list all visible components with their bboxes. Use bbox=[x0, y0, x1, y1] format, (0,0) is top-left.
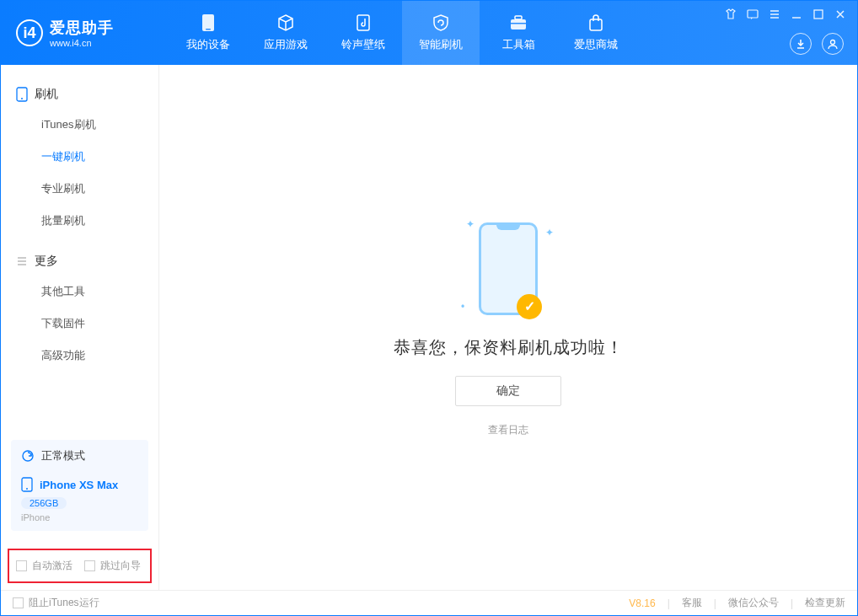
tab-smart-flash[interactable]: 智能刷机 bbox=[402, 1, 480, 65]
sidebar-item-itunes-flash[interactable]: iTunes刷机 bbox=[1, 109, 158, 141]
checkbox-icon bbox=[16, 560, 27, 571]
window-controls bbox=[724, 8, 847, 21]
app-logo-icon: i4 bbox=[16, 19, 43, 46]
mode-label: 正常模式 bbox=[41, 448, 85, 463]
feedback-icon[interactable] bbox=[746, 8, 759, 21]
checkbox-label: 跳过向导 bbox=[100, 559, 141, 573]
success-message: 恭喜您，保资料刷机成功啦！ bbox=[394, 336, 624, 359]
checkbox-label: 阻止iTunes运行 bbox=[29, 596, 99, 610]
toolbox-icon bbox=[509, 13, 528, 32]
device-type: iPhone bbox=[21, 512, 138, 522]
svg-point-14 bbox=[26, 488, 28, 490]
check-icon: ✓ bbox=[517, 294, 542, 319]
checkbox-label: 自动激活 bbox=[32, 559, 72, 573]
device-name: iPhone XS Max bbox=[40, 479, 118, 491]
maximize-button[interactable] bbox=[812, 8, 825, 21]
device-card[interactable]: iPhone XS Max 256GB iPhone bbox=[11, 469, 148, 531]
shield-refresh-icon bbox=[432, 13, 450, 32]
svg-rect-4 bbox=[515, 16, 522, 19]
tab-my-device[interactable]: 我的设备 bbox=[169, 1, 247, 65]
tab-label: 我的设备 bbox=[186, 37, 230, 52]
svg-point-9 bbox=[831, 40, 835, 45]
sidebar-item-batch-flash[interactable]: 批量刷机 bbox=[1, 205, 158, 237]
ok-button[interactable]: 确定 bbox=[455, 376, 561, 406]
device-icon bbox=[21, 477, 33, 492]
section-title: 更多 bbox=[35, 254, 58, 269]
sidebar-item-download-firmware[interactable]: 下载固件 bbox=[1, 308, 158, 340]
footer-link-support[interactable]: 客服 bbox=[682, 596, 702, 610]
nav-tabs: 我的设备 应用游戏 铃声壁纸 智能刷机 工具箱 爱思商城 bbox=[169, 1, 635, 65]
highlighted-options: 自动激活 跳过向导 bbox=[8, 549, 152, 583]
checkbox-icon bbox=[84, 560, 95, 571]
svg-rect-3 bbox=[511, 19, 526, 29]
footer-link-update[interactable]: 检查更新 bbox=[805, 596, 845, 610]
success-illustration: ✦ ✦ • ✓ bbox=[466, 218, 550, 319]
mode-card[interactable]: 正常模式 bbox=[11, 440, 148, 472]
header-actions bbox=[790, 33, 844, 55]
svg-rect-6 bbox=[590, 19, 602, 30]
tab-ringtones-wallpapers[interactable]: 铃声壁纸 bbox=[324, 1, 402, 65]
device-icon bbox=[199, 13, 217, 32]
checkbox-auto-activate[interactable]: 自动激活 bbox=[16, 559, 72, 573]
svg-point-11 bbox=[21, 98, 23, 99]
download-button[interactable] bbox=[790, 33, 812, 55]
view-log-link[interactable]: 查看日志 bbox=[488, 423, 528, 437]
checkbox-icon bbox=[13, 597, 24, 608]
tab-label: 铃声壁纸 bbox=[341, 37, 385, 52]
version-label: V8.16 bbox=[629, 597, 655, 609]
close-button[interactable] bbox=[834, 8, 847, 21]
music-file-icon bbox=[354, 13, 373, 32]
svg-rect-7 bbox=[748, 10, 758, 18]
sidebar-section-flash: 刷机 bbox=[1, 80, 158, 109]
tab-toolbox[interactable]: 工具箱 bbox=[480, 1, 557, 65]
logo-area: i4 爱思助手 www.i4.cn bbox=[1, 18, 169, 48]
sidebar-item-onekey-flash[interactable]: 一键刷机 bbox=[1, 141, 158, 173]
checkbox-skip-guide[interactable]: 跳过向导 bbox=[84, 559, 141, 573]
svg-rect-5 bbox=[511, 23, 526, 24]
refresh-icon bbox=[21, 449, 35, 463]
bag-icon bbox=[587, 13, 605, 32]
tab-label: 工具箱 bbox=[502, 37, 535, 52]
phone-icon bbox=[16, 87, 28, 102]
tshirt-icon[interactable] bbox=[724, 8, 737, 21]
tab-label: 应用游戏 bbox=[264, 37, 308, 52]
checkbox-block-itunes[interactable]: 阻止iTunes运行 bbox=[13, 596, 99, 610]
app-url: www.i4.cn bbox=[50, 38, 114, 48]
user-button[interactable] bbox=[822, 33, 844, 55]
sidebar-item-advanced[interactable]: 高级功能 bbox=[1, 340, 158, 372]
list-icon bbox=[16, 255, 28, 267]
sidebar: 刷机 iTunes刷机 一键刷机 专业刷机 批量刷机 更多 其他工具 下载固件 … bbox=[1, 65, 159, 590]
app-title: 爱思助手 bbox=[50, 18, 114, 38]
svg-rect-1 bbox=[206, 29, 211, 30]
cube-icon bbox=[276, 13, 295, 32]
sidebar-item-other-tools[interactable]: 其他工具 bbox=[1, 276, 158, 308]
main-content: ✦ ✦ • ✓ 恭喜您，保资料刷机成功啦！ 确定 查看日志 bbox=[159, 65, 857, 590]
section-title: 刷机 bbox=[35, 87, 58, 102]
tab-store[interactable]: 爱思商城 bbox=[557, 1, 635, 65]
tab-label: 爱思商城 bbox=[574, 37, 618, 52]
tab-label: 智能刷机 bbox=[419, 37, 463, 52]
status-bar: 阻止iTunes运行 V8.16 | 客服 | 微信公众号 | 检查更新 bbox=[1, 590, 857, 615]
svg-rect-8 bbox=[814, 10, 823, 19]
minimize-button[interactable] bbox=[790, 8, 803, 21]
sidebar-section-more: 更多 bbox=[1, 247, 158, 276]
menu-icon[interactable] bbox=[768, 8, 781, 21]
tab-apps-games[interactable]: 应用游戏 bbox=[247, 1, 324, 65]
sidebar-item-pro-flash[interactable]: 专业刷机 bbox=[1, 173, 158, 205]
title-bar: i4 爱思助手 www.i4.cn 我的设备 应用游戏 铃声壁纸 智能刷机 工具… bbox=[1, 1, 857, 65]
device-capacity: 256GB bbox=[21, 497, 67, 509]
footer-link-wechat[interactable]: 微信公众号 bbox=[728, 596, 779, 610]
